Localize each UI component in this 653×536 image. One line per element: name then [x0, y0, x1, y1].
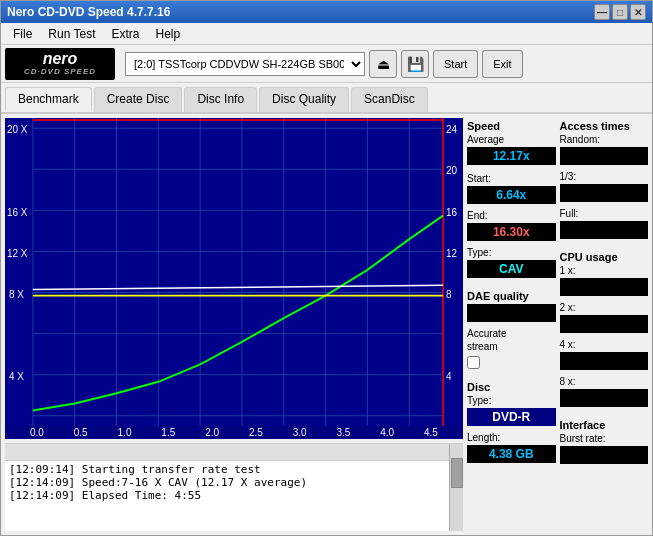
log-scrollbar[interactable] [449, 444, 463, 531]
tab-scan-disc[interactable]: ScanDisc [351, 87, 428, 112]
nero-text: nero [43, 50, 78, 67]
chart-area: 20 X 16 X 12 X 8 X 4 X 24 20 16 12 8 4 [5, 118, 463, 439]
main-content: 20 X 16 X 12 X 8 X 4 X 24 20 16 12 8 4 [1, 114, 652, 535]
cpu-x1-label: 1 x: [560, 265, 649, 276]
close-button[interactable]: ✕ [630, 4, 646, 20]
cpu-label: CPU usage [560, 251, 649, 263]
nero-subtext: CD·DVD SPEED [24, 67, 96, 76]
onethird-value [560, 184, 649, 202]
cpu-x4-label: 4 x: [560, 339, 649, 350]
type-value: CAV [467, 260, 556, 278]
svg-text:12 X: 12 X [7, 247, 28, 258]
svg-text:24: 24 [446, 124, 457, 135]
title-bar: Nero CD-DVD Speed 4.7.7.16 — □ ✕ [1, 1, 652, 23]
x-label-8: 4.0 [380, 427, 394, 438]
tab-disc-info[interactable]: Disc Info [184, 87, 257, 112]
maximize-button[interactable]: □ [612, 4, 628, 20]
x-label-6: 3.0 [293, 427, 307, 438]
log-header: ▲ [5, 444, 463, 461]
svg-text:12: 12 [446, 247, 457, 258]
disc-label: Disc [467, 381, 556, 393]
tab-disc-quality[interactable]: Disc Quality [259, 87, 349, 112]
svg-text:20 X: 20 X [7, 124, 28, 135]
end-label: End: [467, 210, 556, 221]
onethird-label: 1/3: [560, 171, 649, 182]
length-label: Length: [467, 432, 556, 443]
toolbar: nero CD·DVD SPEED [2:0] TSSTcorp CDDVDW … [1, 45, 652, 83]
log-area: ▲ [12:09:14] Starting transfer rate test… [5, 443, 463, 531]
svg-text:8: 8 [446, 289, 452, 300]
x-label-9: 4.5 [424, 427, 438, 438]
drive-selector[interactable]: [2:0] TSSTcorp CDDVDW SH-224GB SB00 [125, 52, 365, 76]
right-columns: Speed Average 12.17x Start: 6.64x End: 1… [467, 118, 648, 531]
menu-bar: File Run Test Extra Help [1, 23, 652, 45]
start-label: Start: [467, 173, 556, 184]
start-button[interactable]: Start [433, 50, 478, 78]
window-title: Nero CD-DVD Speed 4.7.7.16 [7, 5, 594, 19]
minimize-button[interactable]: — [594, 4, 610, 20]
tab-create-disc[interactable]: Create Disc [94, 87, 183, 112]
svg-text:4 X: 4 X [9, 371, 24, 382]
accurate-stream-checkbox[interactable] [467, 356, 480, 369]
average-value: 12.17x [467, 147, 556, 165]
average-label: Average [467, 134, 556, 145]
svg-text:16 X: 16 X [7, 206, 28, 217]
speed-label: Speed [467, 120, 556, 132]
random-label: Random: [560, 134, 649, 145]
interface-label: Interface [560, 419, 649, 431]
full-label: Full: [560, 208, 649, 219]
svg-text:16: 16 [446, 206, 457, 217]
log-entry-1: [12:14:09] Speed:7-16 X CAV (12.17 X ave… [9, 476, 459, 489]
cpu-x2-value [560, 315, 649, 333]
tab-bar: Benchmark Create Disc Disc Info Disc Qua… [1, 83, 652, 114]
dae-label: DAE quality [467, 290, 556, 302]
scrollbar-thumb[interactable] [451, 458, 463, 488]
accurate-stream-row [467, 356, 556, 369]
disc-type-value: DVD-R [467, 408, 556, 426]
stat-column-right: Access times Random: 1/3: Full: CPU usag… [560, 118, 649, 531]
stream-label: stream [467, 341, 556, 352]
start-value: 6.64x [467, 186, 556, 204]
cpu-x1-value [560, 278, 649, 296]
nero-logo: nero CD·DVD SPEED [5, 48, 115, 80]
cpu-x4-value [560, 352, 649, 370]
x-label-0: 0.0 [30, 427, 44, 438]
log-entries: [12:09:14] Starting transfer rate test [… [5, 461, 463, 504]
x-label-3: 1.5 [161, 427, 175, 438]
chart-canvas: 20 X 16 X 12 X 8 X 4 X 24 20 16 12 8 4 [5, 118, 463, 426]
type-label: Type: [467, 247, 556, 258]
menu-run-test[interactable]: Run Test [40, 25, 103, 43]
access-times-label: Access times [560, 120, 649, 132]
log-entry-2: [12:14:09] Elapsed Time: 4:55 [9, 489, 459, 502]
accurate-label: Accurate [467, 328, 556, 339]
full-value [560, 221, 649, 239]
length-value: 4.38 GB [467, 445, 556, 463]
x-label-1: 0.5 [74, 427, 88, 438]
save-button[interactable]: 💾 [401, 50, 429, 78]
svg-text:8 X: 8 X [9, 289, 24, 300]
menu-file[interactable]: File [5, 25, 40, 43]
dae-value [467, 304, 556, 322]
stat-column-left: Speed Average 12.17x Start: 6.64x End: 1… [467, 118, 556, 531]
burst-label: Burst rate: [560, 433, 649, 444]
svg-text:20: 20 [446, 165, 457, 176]
x-label-2: 1.0 [118, 427, 132, 438]
svg-rect-0 [5, 118, 463, 426]
menu-help[interactable]: Help [148, 25, 189, 43]
right-panel: Speed Average 12.17x Start: 6.64x End: 1… [467, 114, 652, 535]
exit-button[interactable]: Exit [482, 50, 522, 78]
chart-svg: 20 X 16 X 12 X 8 X 4 X 24 20 16 12 8 4 [5, 118, 463, 426]
cpu-x8-value [560, 389, 649, 407]
cpu-x8-label: 8 x: [560, 376, 649, 387]
random-value [560, 147, 649, 165]
log-entry-0: [12:09:14] Starting transfer rate test [9, 463, 459, 476]
burst-value [560, 446, 649, 464]
disc-type-label: Type: [467, 395, 556, 406]
menu-extra[interactable]: Extra [103, 25, 147, 43]
cpu-x2-label: 2 x: [560, 302, 649, 313]
svg-text:4: 4 [446, 371, 452, 382]
end-value: 16.30x [467, 223, 556, 241]
tab-benchmark[interactable]: Benchmark [5, 87, 92, 112]
x-axis: 0.0 0.5 1.0 1.5 2.0 2.5 3.0 3.5 4.0 4.5 [5, 426, 463, 439]
eject-button[interactable]: ⏏ [369, 50, 397, 78]
